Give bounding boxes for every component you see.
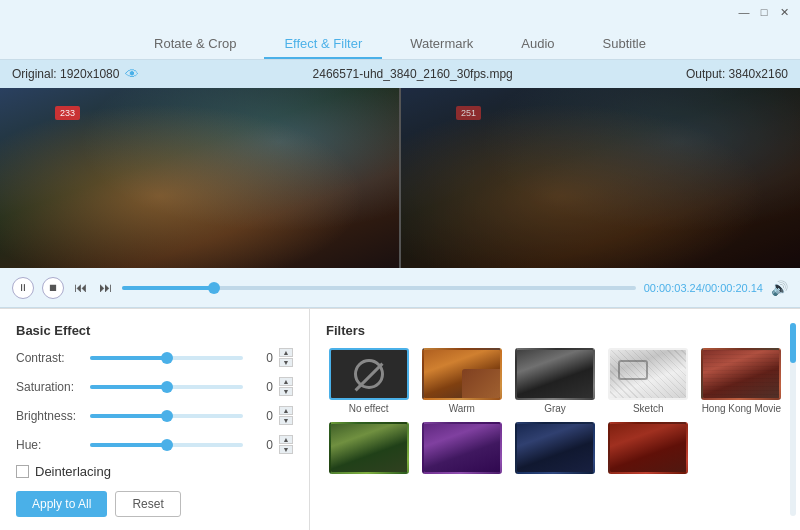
video-panel-right: 251: [399, 88, 800, 268]
filter-panel-title: Filters: [326, 323, 784, 338]
filter-r2b[interactable]: [419, 422, 504, 477]
saturation-slider[interactable]: [90, 385, 243, 389]
video-left-scene: 233: [0, 88, 399, 268]
saturation-row: Saturation: 0 ▲ ▼: [16, 377, 293, 396]
filter-gray[interactable]: Gray: [512, 348, 597, 414]
total-time: 00:00:20.14: [705, 282, 763, 294]
video-right-scene: 251: [401, 88, 800, 268]
no-effect-icon: [354, 359, 384, 389]
filter-label-gray: Gray: [544, 403, 566, 414]
output-resolution: Output: 3840x2160: [686, 67, 788, 81]
progress-track[interactable]: [122, 286, 636, 290]
brightness-down[interactable]: ▼: [279, 416, 293, 425]
hud-right: 251: [456, 106, 481, 120]
filter-thumb-r2a: [329, 422, 409, 474]
filter-thumb-no-effect: [329, 348, 409, 400]
contrast-thumb[interactable]: [161, 352, 173, 364]
stop-button[interactable]: ⏹: [42, 277, 64, 299]
filter-label-sketch: Sketch: [633, 403, 664, 414]
tab-rotate-crop[interactable]: Rotate & Crop: [134, 30, 256, 59]
hue-slider[interactable]: [90, 443, 243, 447]
brightness-value: 0: [249, 409, 273, 423]
brightness-fill: [90, 414, 167, 418]
hue-thumb[interactable]: [161, 439, 173, 451]
saturation-down[interactable]: ▼: [279, 387, 293, 396]
filter-warm[interactable]: Warm: [419, 348, 504, 414]
stop-icon: ⏹: [48, 282, 58, 293]
contrast-slider[interactable]: [90, 356, 243, 360]
brightness-slider[interactable]: [90, 414, 243, 418]
reset-button[interactable]: Reset: [115, 491, 180, 517]
contrast-down[interactable]: ▼: [279, 358, 293, 367]
saturation-label: Saturation:: [16, 380, 84, 394]
tab-watermark[interactable]: Watermark: [390, 30, 493, 59]
filter-grid: No effect Warm Gray: [326, 348, 784, 477]
hue-down[interactable]: ▼: [279, 445, 293, 454]
progress-thumb[interactable]: [208, 282, 220, 294]
playback-bar: ⏸ ⏹ ⏮ ⏭ 00:00:03.24/00:00:20.14 🔊: [0, 268, 800, 308]
filter-hk-movie[interactable]: Hong Kong Movie: [699, 348, 784, 414]
brightness-up[interactable]: ▲: [279, 406, 293, 415]
deinterlace-checkbox[interactable]: [16, 465, 29, 478]
filter-r2c[interactable]: [512, 422, 597, 477]
brightness-spinbox: ▲ ▼: [279, 406, 293, 425]
time-display: 00:00:03.24/00:00:20.14: [644, 282, 763, 294]
filter-thumb-r2c: [515, 422, 595, 474]
tab-bar: Rotate & Crop Effect & Filter Watermark …: [0, 24, 800, 60]
tab-subtitle[interactable]: Subtitle: [583, 30, 666, 59]
filter-label-no-effect: No effect: [349, 403, 389, 414]
skip-forward-button[interactable]: ⏭: [97, 278, 114, 297]
filter-sketch[interactable]: Sketch: [606, 348, 691, 414]
filter-no-effect[interactable]: No effect: [326, 348, 411, 414]
filter-thumb-r2b: [422, 422, 502, 474]
hue-row: Hue: 0 ▲ ▼: [16, 435, 293, 454]
filter-thumb-r2d: [608, 422, 688, 474]
skip-back-button[interactable]: ⏮: [72, 278, 89, 297]
apply-to-all-button[interactable]: Apply to All: [16, 491, 107, 517]
filter-scrollbar-thumb: [790, 323, 796, 363]
contrast-up[interactable]: ▲: [279, 348, 293, 357]
maximize-button[interactable]: □: [756, 4, 772, 20]
hud-left: 233: [55, 106, 80, 120]
minimize-button[interactable]: —: [736, 4, 752, 20]
info-bar: Original: 1920x1080 👁 2466571-uhd_3840_2…: [0, 60, 800, 88]
title-bar: — □ ✕: [0, 0, 800, 24]
eye-icon[interactable]: 👁: [125, 66, 139, 82]
original-resolution: Original: 1920x1080: [12, 67, 119, 81]
brightness-label: Brightness:: [16, 409, 84, 423]
pause-button[interactable]: ⏸: [12, 277, 34, 299]
filename: 2466571-uhd_3840_2160_30fps.mpg: [313, 67, 513, 81]
hue-spinbox: ▲ ▼: [279, 435, 293, 454]
volume-icon[interactable]: 🔊: [771, 280, 788, 296]
filter-thumb-gray: [515, 348, 595, 400]
filter-panel: Filters No effect Warm: [310, 309, 800, 530]
brightness-row: Brightness: 0 ▲ ▼: [16, 406, 293, 425]
video-panel-left: 233: [0, 88, 399, 268]
hue-value: 0: [249, 438, 273, 452]
contrast-label: Contrast:: [16, 351, 84, 365]
hue-label: Hue:: [16, 438, 84, 452]
pause-icon: ⏸: [18, 282, 28, 293]
video-preview-area: 233 251: [0, 88, 800, 268]
contrast-row: Contrast: 0 ▲ ▼: [16, 348, 293, 367]
hue-up[interactable]: ▲: [279, 435, 293, 444]
tab-effect-filter[interactable]: Effect & Filter: [264, 30, 382, 59]
current-time: 00:00:03.24: [644, 282, 702, 294]
brightness-thumb[interactable]: [161, 410, 173, 422]
saturation-thumb[interactable]: [161, 381, 173, 393]
saturation-up[interactable]: ▲: [279, 377, 293, 386]
deinterlace-row: Deinterlacing: [16, 464, 293, 479]
close-button[interactable]: ✕: [776, 4, 792, 20]
effect-panel-title: Basic Effect: [16, 323, 293, 338]
filter-r2d[interactable]: [606, 422, 691, 477]
saturation-spinbox: ▲ ▼: [279, 377, 293, 396]
tab-audio[interactable]: Audio: [501, 30, 574, 59]
filter-scrollbar[interactable]: [790, 323, 796, 516]
filter-thumb-warm: [422, 348, 502, 400]
action-buttons: Apply to All Reset: [16, 491, 293, 517]
bottom-panel: Basic Effect Contrast: 0 ▲ ▼ Saturation:…: [0, 308, 800, 530]
filter-r2a[interactable]: [326, 422, 411, 477]
progress-fill: [122, 286, 214, 290]
contrast-value: 0: [249, 351, 273, 365]
deinterlace-label: Deinterlacing: [35, 464, 111, 479]
